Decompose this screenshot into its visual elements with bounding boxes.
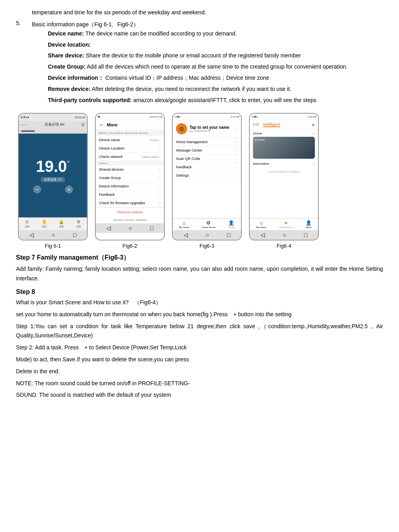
- phone2-firmware[interactable]: Check for firmware upgrades >: [96, 199, 164, 207]
- phone2-device-info-label: Device information: [99, 184, 129, 188]
- phone1-menu-icon[interactable]: ☰: [81, 123, 85, 127]
- device-info-text: Contains virtual ID；IP address；Mac addre…: [105, 75, 269, 81]
- phone3-settings[interactable]: Settings >: [173, 171, 241, 180]
- phone3-profile-icon: 👤: [228, 220, 234, 226]
- phone1-settings-label: 设置: [76, 225, 81, 229]
- phone1-topbar: ○ ← 设备詳情 BK ☰: [19, 121, 87, 128]
- phone4-scene-nav-label: Smart Scene: [279, 226, 293, 229]
- step8-step1: Step 1:You can set a condition for task …: [16, 322, 383, 341]
- phone2-device-name[interactable]: Device name Smart >: [96, 136, 164, 144]
- phone1-nav-settings[interactable]: ⚙ 设置: [76, 219, 81, 229]
- phone-frame-1: 设备●● 19:51:04 ○ ← 设备詳情 BK ☰ ■■■■■■■■ 19.…: [18, 113, 88, 240]
- phone1-temperature: 19.0: [36, 158, 67, 175]
- phone4-recents-android[interactable]: □: [304, 232, 307, 238]
- phone2-restore-btn[interactable]: Restore factory defaults: [96, 217, 164, 223]
- step8-header: Step 8: [16, 288, 383, 296]
- phone4-automation-chevron[interactable]: ∨: [312, 162, 315, 166]
- phone2-firmware-chevron: >: [159, 201, 161, 205]
- share-device-text: Share the device to the mobile phone or …: [86, 52, 301, 59]
- phone4-no-auto-text: No Automations Available: [253, 167, 315, 176]
- phone4-time: 3:10 PM: [308, 116, 316, 118]
- phone3-back-android[interactable]: ◁: [184, 232, 188, 238]
- phone2-device-info[interactable]: Device information >: [96, 182, 164, 191]
- phone3-userid: By 13000000153: [190, 130, 229, 132]
- third-party-text: amazon alexa/google assistant/IFTTT, cli…: [133, 97, 316, 103]
- phone2-section-title: Basic information about the device: [96, 130, 164, 136]
- phone3-time: 3:42 PM: [231, 116, 239, 118]
- phone2-create-group[interactable]: Create Group >: [96, 174, 164, 182]
- screenshot-fig1: 设备●● 19:51:04 ○ ← 设备詳情 BK ☰ ■■■■■■■■ 19.…: [16, 113, 90, 249]
- phone1-speed-label: 速速: [59, 225, 64, 229]
- phone3-nav-profile[interactable]: 👤 Profile: [228, 220, 235, 229]
- phone3-recents-android[interactable]: □: [227, 232, 230, 238]
- phone2-shared-label: Shared devices: [99, 167, 124, 171]
- phone1-degree-unit: °: [67, 160, 70, 168]
- phone2-home-android[interactable]: ○: [129, 225, 132, 231]
- phone1-home-btn[interactable]: ○: [52, 232, 55, 238]
- phone2-shared-devices[interactable]: Shared devices >: [96, 166, 164, 174]
- phone3-scan-qr[interactable]: Scan QR Code >: [173, 155, 241, 163]
- device-location-label: Device location:: [48, 41, 91, 48]
- phone1-nav-speed[interactable]: 🔒 速速: [59, 219, 64, 229]
- phone2-device-location[interactable]: Device Location >: [96, 144, 164, 153]
- phone4-scene-header: Scene ∨: [253, 132, 315, 135]
- phone4-nav-scene[interactable]: ★ Smart Scene: [279, 220, 293, 229]
- phone4-tab-intelligent[interactable]: Intelligent: [263, 122, 280, 127]
- phone3-network: ⊙☎●: [174, 115, 181, 118]
- phone2-time: 01/01 07:56: [150, 116, 162, 118]
- phone1-nav-short[interactable]: ✋ 短短: [41, 219, 47, 229]
- item-5-number: 5.: [16, 20, 28, 106]
- phone4-home-label: My Home: [256, 226, 267, 229]
- phone3-settings-chevron: >: [236, 174, 238, 177]
- phone2-group-chevron: >: [159, 176, 161, 180]
- phone2-check-network-label: Check network: [99, 155, 123, 159]
- phone1-decrease-btn[interactable]: −: [33, 185, 41, 193]
- phone2-feedback[interactable]: Feedback >: [96, 191, 164, 199]
- phone4-back-android[interactable]: ◁: [261, 232, 265, 238]
- phone4-scene-card[interactable]: at home ···: [253, 137, 315, 159]
- phone1-recents-btn[interactable]: □: [73, 232, 76, 238]
- phone1-increase-btn[interactable]: +: [65, 185, 73, 193]
- screenshot-fig2: ☎ 01/01 07:56 ← More Basic information a…: [93, 113, 167, 249]
- phone4-nav-profile[interactable]: 👤 None: [306, 220, 312, 229]
- phone3-nav-home[interactable]: ⌂ My Home: [179, 220, 190, 229]
- phone3-home-icon: ⌂: [183, 220, 186, 226]
- phone4-automation-section: Automation ∨ No Automations Available: [250, 160, 318, 178]
- phone3-home-management[interactable]: Home Management >: [173, 138, 241, 146]
- phone3-feedback[interactable]: Feedback >: [173, 163, 241, 171]
- phone4-scene-chevron[interactable]: ∨: [312, 132, 315, 135]
- phone3-home-android[interactable]: ○: [206, 232, 209, 238]
- phone1-back-btn[interactable]: ◁: [30, 232, 34, 238]
- phone1-nav-remote[interactable]: ⊙ 远程: [25, 219, 30, 229]
- phone4-tab-edit[interactable]: Edit: [253, 122, 259, 127]
- phone2-back-android[interactable]: ◁: [107, 225, 111, 231]
- phone4-plus-btn[interactable]: +: [312, 122, 315, 128]
- phone3-user-section: ⊙ Tap to set your name By 13000000153 >: [173, 120, 241, 138]
- phone3-scan-chevron: >: [236, 157, 238, 161]
- phone1-short-label: 短短: [42, 225, 47, 229]
- phone3-scan-label: Scan QR Code: [176, 157, 200, 161]
- phone-frame-2: ☎ 01/01 07:56 ← More Basic information a…: [95, 113, 165, 240]
- phone2-feedback-chevron: >: [159, 193, 161, 197]
- phone-frame-3: ⊙☎● 3:42 PM ⊙ Tap to set your name By 13…: [172, 113, 242, 240]
- phone2-title: More: [107, 122, 117, 127]
- phone1-time: 19:51:04: [75, 116, 85, 119]
- phone1-speed-icon: 🔒: [59, 219, 64, 225]
- phone2-check-network[interactable]: Check network Check Now >: [96, 153, 164, 161]
- phone2-recents-android[interactable]: □: [150, 225, 153, 231]
- phone3-scene-label: Smart Scene: [201, 226, 215, 229]
- remove-device-label: Remove device:: [48, 86, 91, 92]
- phone4-scene-dots: ···: [311, 155, 313, 158]
- phone4-home-android[interactable]: ○: [283, 232, 286, 238]
- phone3-scene-icon: ⚙: [206, 220, 211, 226]
- phone4-nav-home[interactable]: ⌂ My Home: [256, 220, 267, 229]
- intro-temp-text: temperature and time for the six periods…: [32, 8, 383, 17]
- device-info-label: Device information：: [48, 75, 104, 81]
- phone2-back-btn[interactable]: ←: [99, 122, 105, 128]
- phone1-back-icon[interactable]: ○ ←: [21, 123, 28, 127]
- phone3-settings-label: Settings: [176, 173, 189, 177]
- phone3-message-center[interactable]: Message Center >: [173, 146, 241, 155]
- phone2-remove-device-btn[interactable]: Remove Device: [96, 207, 164, 217]
- phone4-scene-section: Scene ∨ at home ···: [250, 130, 318, 160]
- phone3-nav-scene[interactable]: ⚙ Smart Scene: [201, 220, 215, 229]
